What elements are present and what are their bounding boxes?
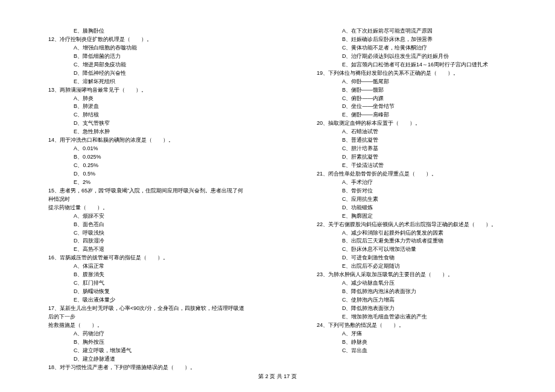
q15-opt-c: C、呼吸浅快 <box>48 229 244 238</box>
q18-opt-a: A、在下次妊娠前尽可能查明流产原因 <box>317 27 519 36</box>
q15-opt-d: D、四肢湿冷 <box>48 237 244 245</box>
left-column: E、膝胸卧位 12、冷疗控制炎症扩散的机理是（ ）。 A、增强白细胞的吞噬功能 … <box>0 27 278 362</box>
q12-opt-d: D、降低神经的兴奋性 <box>48 69 244 78</box>
q20-opt-d: D、肝素抗凝管 <box>317 153 519 162</box>
q13-opt-b: B、肺淤血 <box>48 103 244 111</box>
q24-opt-c: C、胃出血 <box>317 347 519 355</box>
q16-opt-d: D、肠蠕动恢复 <box>48 288 244 296</box>
q14-opt-d: D、0.5% <box>48 170 244 179</box>
q23-opt-b: B、降低肺泡内泡沫的表面张力 <box>317 288 519 296</box>
q15-stem-l1: 15、患者男，65岁，因“呼吸衰竭”入院，住院期间应用呼吸兴奋剂。患者出现了何种… <box>48 187 244 204</box>
q12-opt-e: E、溶解坏死组织 <box>48 78 244 86</box>
q17-stem-l1: 17、某新生儿出生时无呼吸，心率<90次/分，全身苍白，四肢瘫软，经清理呼吸道后… <box>48 305 244 321</box>
q18-opt-d: D、治疗期必须达到以往发生流产的妊娠月份 <box>317 52 519 61</box>
q24-stem: 24、下列可热敷的情况是（ ）。 <box>317 321 519 330</box>
q19-opt-a: A、仰卧——骶尾部 <box>317 78 519 86</box>
q23-opt-c: C、使肺泡内压力增高 <box>317 296 519 305</box>
q19-stem: 19、下列体位与褥疮好发部位的关系不正确的是（ ）。 <box>317 69 519 78</box>
q14-opt-b: B、0.025% <box>48 153 244 162</box>
q23-opt-d: D、降低肺泡表面张力 <box>317 305 519 313</box>
q12-opt-a: A、增强白细胞的吞噬功能 <box>48 44 244 52</box>
q15-opt-a: A、烦躁不安 <box>48 212 244 221</box>
q21-opt-a: A、手术治疗 <box>317 179 519 187</box>
q17-stem-l2: 抢救措施是（ ）。 <box>48 321 244 330</box>
q21-opt-c: C、应用抗生素 <box>317 195 519 204</box>
q12-opt-c: C、增进局部免疫功能 <box>48 61 244 69</box>
q19-opt-d: D、坐位——坐骨结节 <box>317 103 519 111</box>
q15-stem-l2: 提示药物过量（ ）。 <box>48 204 244 212</box>
q22-stem: 22、关于右侧腹股沟斜疝嵌顿病人的术后出院指导正确的叙述是（ ）。 <box>317 221 519 229</box>
q14-opt-c: C、0.25% <box>48 162 244 170</box>
q22-opt-b: B、出院后三天避免重体力劳动或者提重物 <box>317 237 519 245</box>
q23-opt-a: A、减少动脉血氧分压 <box>317 279 519 288</box>
q13-opt-c: C、肺结核 <box>48 111 244 119</box>
q20-stem: 20、抽取测定血钾的标本应置于（ ）。 <box>317 119 519 128</box>
q21-stem: 21、闭合性单处肋骨骨折的处理重点是（ ）。 <box>317 170 519 179</box>
q16-stem: 16、胃肠减压管的拔管最可靠的指征是（ ）。 <box>48 254 244 262</box>
page-footer: 第 2 页 共 17 页 <box>0 373 555 381</box>
q22-opt-a: A、减少和消除引起腹外斜疝的复发的因素 <box>317 229 519 238</box>
q21-opt-e: E、胸廓固定 <box>317 212 519 221</box>
q16-opt-c: C、肛门排气 <box>48 279 244 288</box>
q23-opt-e: E、增加肺泡毛细血管渗出液的产生 <box>317 313 519 321</box>
q16-opt-e: E、吸出液体量少 <box>48 296 244 305</box>
q17-opt-d: D、建立静脉通道 <box>48 355 244 364</box>
q13-opt-a: A、肺炎 <box>48 95 244 103</box>
q21-opt-b: B、骨折对位 <box>317 187 519 195</box>
q16-opt-b: B、腹胀消失 <box>48 271 244 279</box>
q20-opt-c: C、胆汁培养基 <box>317 145 519 153</box>
q18-stem: 18、对于习惯性流产患者，下列护理措施错误的是（ ）。 <box>48 364 244 372</box>
q22-opt-e: E、出院后不必定期随访 <box>317 262 519 271</box>
q22-opt-c: C、卧床休息不可以增加活动量 <box>317 245 519 254</box>
q13-stem: 13、两肺满漫哮鸣音最常见于（ ）。 <box>48 86 244 95</box>
q17-opt-b: B、胸外按压 <box>48 338 244 347</box>
q17-opt-c: C、建立呼吸，增加通气 <box>48 347 244 355</box>
q12-opt-b: B、降低细菌的活力 <box>48 52 244 61</box>
q20-opt-b: B、普通抗凝管 <box>317 136 519 145</box>
q12-stem: 12、冷疗控制炎症扩散的机理是（ ）。 <box>48 36 244 44</box>
q18-opt-b: B、妊娠确诊后应卧床休息，加强营养 <box>317 36 519 44</box>
q17-opt-a: A、药物治疗 <box>48 330 244 338</box>
q24-opt-b: B、静脉炎 <box>317 338 519 347</box>
q15-opt-b: B、面色苍白 <box>48 221 244 229</box>
q18-opt-c: C、黄体功能不足者，给黄体酮治疗 <box>317 44 519 52</box>
q21-opt-d: D、功能锻炼 <box>317 204 519 212</box>
q19-opt-e: E、侧卧——肩峰部 <box>317 111 519 119</box>
q13-opt-d: D、支气管狭窄 <box>48 119 244 128</box>
q19-opt-b: B、侧卧——髋部 <box>317 86 519 95</box>
q18-opt-e: E、如宫颈内口松弛者可在妊娠14～16周时行子宫内口缝扎术 <box>317 61 519 69</box>
q20-opt-e: E、干燥清洁试管 <box>317 162 519 170</box>
q22-opt-d: D、可进食刺激性食物 <box>317 254 519 262</box>
q19-opt-c: C、俯卧——内踝 <box>317 95 519 103</box>
q20-opt-a: A、石蜡油试管 <box>317 128 519 136</box>
right-column: A、在下次妊娠前尽可能查明流产原因 B、妊娠确诊后应卧床休息，加强营养 C、黄体… <box>278 27 555 362</box>
q24-opt-a: A、牙痛 <box>317 330 519 338</box>
q23-stem: 23、为肺水肿病人采取加压吸氧的主要目的是（ ）。 <box>317 271 519 279</box>
q14-opt-e: E、2% <box>48 179 244 187</box>
q11-opt-e: E、膝胸卧位 <box>48 27 244 36</box>
q14-opt-a: A、0.01% <box>48 145 244 153</box>
q16-opt-a: A、体温正常 <box>48 262 244 271</box>
q15-opt-e: E、高热不退 <box>48 245 244 254</box>
q14-stem: 14、用于冲洗伤口和黏膜的碘附的浓度是（ ）。 <box>48 136 244 145</box>
q13-opt-e: E、急性肺水肿 <box>48 128 244 136</box>
